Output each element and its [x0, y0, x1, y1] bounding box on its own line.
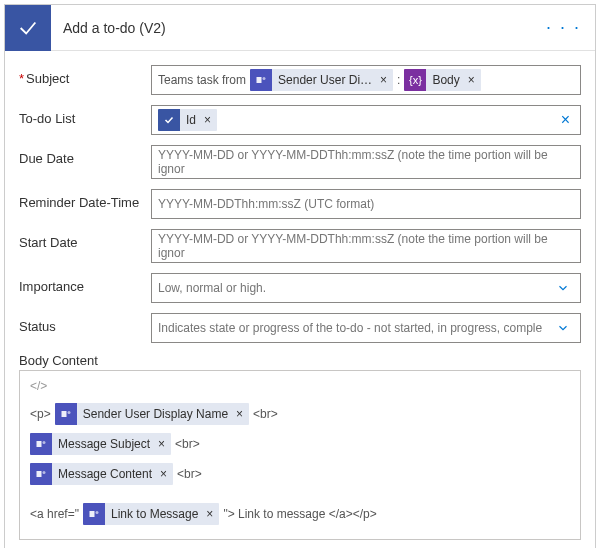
- label-reminder: Reminder Date-Time: [19, 189, 151, 210]
- code-text: <br>: [175, 437, 200, 451]
- token-body[interactable]: {x} Body ×: [404, 69, 480, 91]
- token-sender-display-name[interactable]: Sender User Display Name ×: [55, 403, 249, 425]
- svg-point-5: [43, 441, 46, 444]
- clear-field-button[interactable]: ×: [557, 111, 574, 129]
- variable-icon: {x}: [404, 69, 426, 91]
- token-remove[interactable]: ×: [156, 437, 171, 451]
- token-remove[interactable]: ×: [234, 407, 249, 421]
- token-label: Id: [180, 113, 202, 127]
- teams-icon: [83, 503, 105, 525]
- teams-icon: [30, 463, 52, 485]
- token-remove[interactable]: ×: [204, 507, 219, 521]
- label-bodycontent: Body Content: [19, 353, 581, 368]
- select-status[interactable]: Indicates state or progress of the to-do…: [151, 313, 581, 343]
- code-text: <a href=": [30, 507, 79, 521]
- body-line-1: <p> Sender User Display Name × <br>: [28, 399, 572, 429]
- input-duedate[interactable]: YYYY-MM-DD or YYYY-MM-DDThh:mm:ssZ (note…: [151, 145, 581, 179]
- label-subject: Subject: [19, 65, 151, 86]
- chevron-down-icon: [552, 321, 574, 335]
- input-todolist[interactable]: Id × ×: [151, 105, 581, 135]
- input-subject[interactable]: Teams task from Sender User Di… × : {x} …: [151, 65, 581, 95]
- card-header: Add a to-do (V2) · · ·: [5, 5, 595, 51]
- row-startdate: Start Date YYYY-MM-DD or YYYY-MM-DDThh:m…: [19, 229, 581, 263]
- input-bodycontent[interactable]: </> <p> Sender User Display Name × <br>: [19, 370, 581, 540]
- subject-separator: :: [397, 73, 400, 87]
- row-duedate: Due Date YYYY-MM-DD or YYYY-MM-DDThh:mm:…: [19, 145, 581, 179]
- svg-rect-8: [89, 511, 94, 517]
- token-message-content[interactable]: Message Content ×: [30, 463, 173, 485]
- label-status: Status: [19, 313, 151, 334]
- svg-rect-6: [37, 471, 42, 477]
- header-app-icon: [5, 5, 51, 51]
- row-subject: Subject Teams task from Sender User Di… …: [19, 65, 581, 95]
- teams-icon: [30, 433, 52, 455]
- token-label: Message Subject: [52, 437, 156, 451]
- svg-point-9: [95, 511, 98, 514]
- input-startdate[interactable]: YYYY-MM-DD or YYYY-MM-DDThh:mm:ssZ (note…: [151, 229, 581, 263]
- token-remove[interactable]: ×: [466, 73, 481, 87]
- teams-icon: [55, 403, 77, 425]
- select-importance[interactable]: Low, normal or high.: [151, 273, 581, 303]
- teams-icon: [250, 69, 272, 91]
- status-placeholder: Indicates state or progress of the to-do…: [158, 321, 542, 335]
- label-startdate: Start Date: [19, 229, 151, 250]
- chevron-down-icon: [552, 281, 574, 295]
- svg-point-1: [263, 77, 266, 80]
- body-line-2: Message Subject × <br>: [28, 429, 572, 459]
- svg-rect-0: [257, 77, 262, 83]
- svg-rect-4: [37, 441, 42, 447]
- code-text: <p>: [30, 407, 51, 421]
- label-duedate: Due Date: [19, 145, 151, 166]
- card-body: Subject Teams task from Sender User Di… …: [5, 51, 595, 548]
- outlook-icon: [158, 109, 180, 131]
- token-remove[interactable]: ×: [378, 73, 393, 87]
- token-label: Link to Message: [105, 507, 204, 521]
- checkmark-icon: [17, 17, 39, 39]
- subject-prefix-text: Teams task from: [158, 73, 246, 87]
- label-importance: Importance: [19, 273, 151, 294]
- code-mode-icon[interactable]: </>: [28, 377, 572, 399]
- label-todolist: To-do List: [19, 105, 151, 126]
- svg-rect-2: [61, 411, 66, 417]
- body-line-link: <a href=" Link to Message × "> Link to m…: [28, 499, 572, 529]
- card-menu-button[interactable]: · · ·: [532, 17, 595, 38]
- input-reminder[interactable]: YYYY-MM-DDThh:mm:ssZ (UTC format): [151, 189, 581, 219]
- token-label: Sender User Di…: [272, 73, 378, 87]
- card-title: Add a to-do (V2): [51, 20, 532, 36]
- token-label: Body: [426, 73, 465, 87]
- token-label: Sender User Display Name: [77, 407, 234, 421]
- token-sender-user[interactable]: Sender User Di… ×: [250, 69, 393, 91]
- code-text: "> Link to message </a></p>: [223, 507, 376, 521]
- token-remove[interactable]: ×: [202, 113, 217, 127]
- token-label: Message Content: [52, 467, 158, 481]
- code-text: <br>: [253, 407, 278, 421]
- svg-point-3: [67, 411, 70, 414]
- importance-placeholder: Low, normal or high.: [158, 281, 266, 295]
- token-message-subject[interactable]: Message Subject ×: [30, 433, 171, 455]
- svg-point-7: [43, 471, 46, 474]
- row-status: Status Indicates state or progress of th…: [19, 313, 581, 343]
- code-text: <br>: [177, 467, 202, 481]
- action-card: Add a to-do (V2) · · · Subject Teams tas…: [4, 4, 596, 548]
- token-link-to-message[interactable]: Link to Message ×: [83, 503, 219, 525]
- body-line-3: Message Content × <br>: [28, 459, 572, 489]
- row-todolist: To-do List Id × ×: [19, 105, 581, 135]
- row-importance: Importance Low, normal or high.: [19, 273, 581, 303]
- token-id[interactable]: Id ×: [158, 109, 217, 131]
- row-reminder: Reminder Date-Time YYYY-MM-DDThh:mm:ssZ …: [19, 189, 581, 219]
- token-remove[interactable]: ×: [158, 467, 173, 481]
